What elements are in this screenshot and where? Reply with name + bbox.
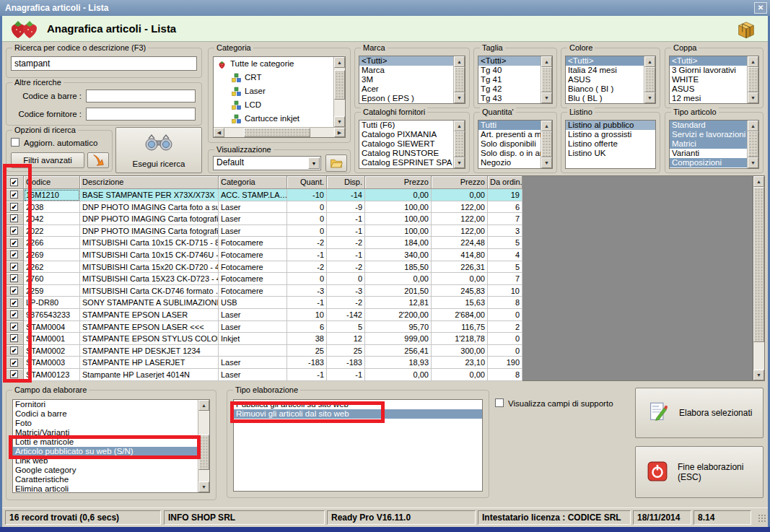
table-row[interactable]: ✔2259MITSUBISHI Carta CK-D746 formato …F… bbox=[5, 285, 522, 297]
table-cell[interactable]: Laser bbox=[219, 201, 287, 214]
row-select-cell[interactable]: ✔ bbox=[5, 321, 24, 333]
list-item[interactable]: Lotti e matricole bbox=[13, 437, 198, 447]
list-item[interactable]: Listino a grossisti bbox=[566, 130, 655, 139]
table-cell[interactable]: 0 bbox=[488, 333, 522, 345]
resize-grip[interactable] bbox=[758, 514, 766, 523]
list-item[interactable]: Listino al pubblico bbox=[566, 121, 655, 130]
table-cell[interactable]: 2 bbox=[488, 321, 522, 333]
list-item[interactable]: Foto bbox=[13, 419, 198, 428]
field-to-process-list[interactable]: FornitoriCodici a barreFotoMatrici/Varia… bbox=[12, 399, 210, 493]
scroll-up-icon[interactable]: ▲ bbox=[753, 176, 764, 187]
table-cell[interactable]: 0,00 bbox=[432, 189, 488, 201]
list-item[interactable]: Negozio bbox=[478, 158, 541, 167]
column-header[interactable]: Codice bbox=[24, 176, 80, 189]
list-item[interactable]: Solo disponibili bbox=[478, 139, 541, 149]
row-select-cell[interactable]: ✔ bbox=[5, 369, 24, 381]
table-cell[interactable]: Fotocamere bbox=[219, 261, 287, 274]
table-row[interactable]: ✔9876543233STAMPANTE EPSON LASERLaser10-… bbox=[5, 309, 522, 321]
table-cell[interactable]: Laser bbox=[219, 321, 287, 333]
row-checkbox[interactable]: ✔ bbox=[10, 299, 18, 307]
table-cell[interactable]: 245,83 bbox=[432, 285, 488, 297]
table-cell[interactable]: 4 bbox=[488, 249, 522, 261]
table-cell[interactable]: Fotocamere bbox=[219, 249, 287, 261]
table-cell[interactable]: -1 bbox=[287, 249, 327, 261]
list-item[interactable]: <Tutti> bbox=[566, 56, 644, 66]
list-item[interactable]: Caratteristiche bbox=[13, 475, 198, 484]
table-cell[interactable]: 0 bbox=[287, 213, 327, 225]
table-cell[interactable]: -14 bbox=[327, 189, 365, 201]
table-cell[interactable]: STAM0001 bbox=[24, 333, 80, 345]
end-process-button[interactable]: Fine elaborazioni (ESC) bbox=[635, 446, 764, 498]
list-item[interactable]: Catalog RUNSTORE bbox=[359, 149, 453, 158]
table-cell[interactable]: MITSUBISHI Carta 10x15 CK-D746U -… bbox=[80, 249, 219, 261]
list-item[interactable]: Pubblica gli articoli su sito web bbox=[234, 400, 482, 409]
process-type-list[interactable]: Pubblica gli articoli su sito webRimuovi… bbox=[233, 399, 483, 492]
list-item[interactable]: 3M bbox=[359, 75, 453, 84]
scroll-up-icon[interactable]: ▲ bbox=[748, 56, 758, 67]
tree-item[interactable]: Laser bbox=[214, 84, 333, 98]
row-checkbox[interactable]: ✔ bbox=[10, 203, 18, 211]
table-cell[interactable]: 10 bbox=[287, 309, 327, 321]
row-checkbox[interactable]: ✔ bbox=[10, 370, 18, 378]
supplier-code-input[interactable] bbox=[86, 108, 196, 121]
table-row[interactable]: ✔STAM0004STAMPANTE EPSON LASER <<<Laser6… bbox=[5, 321, 522, 333]
table-cell[interactable]: BASE STAMPANTE PER X73X/X73X bbox=[80, 189, 219, 201]
table-cell[interactable]: STAMPANTE EPSON LASER bbox=[80, 309, 219, 321]
table-row[interactable]: ✔STAM00123Stampante HP Laserjet 4014NLas… bbox=[5, 369, 522, 381]
table-cell[interactable]: 0,00 bbox=[365, 273, 432, 285]
list-item[interactable]: Google category bbox=[13, 466, 198, 475]
table-cell[interactable]: 0,00 bbox=[432, 369, 488, 381]
table-row[interactable]: ✔2022DNP PHOTO IMAGING Carta fotografi…L… bbox=[5, 225, 522, 237]
scroll-up-icon[interactable]: ▲ bbox=[644, 56, 655, 67]
table-cell[interactable]: 7 bbox=[488, 213, 522, 225]
table-cell[interactable]: 0,00 bbox=[365, 369, 432, 381]
quantity-list[interactable]: TuttiArt. presenti a magaSolo disponibil… bbox=[478, 120, 553, 169]
table-cell[interactable]: 184,00 bbox=[365, 237, 432, 249]
advanced-filters-button[interactable]: Filtri avanzati bbox=[11, 152, 84, 168]
scroll-down-icon[interactable]: ▼ bbox=[454, 92, 465, 103]
coppa-list[interactable]: <Tutti>3 Giorni lavorativiWHITEASUS12 me… bbox=[669, 56, 759, 104]
list-item[interactable]: Art. presenti a maga bbox=[478, 130, 541, 139]
table-cell[interactable]: 2022 bbox=[24, 225, 80, 237]
table-cell[interactable]: 0,00 bbox=[365, 189, 432, 201]
table-cell[interactable]: -183 bbox=[287, 357, 327, 369]
search-input[interactable] bbox=[11, 56, 197, 71]
color-list-scrollbar[interactable]: ▲ ▼ bbox=[644, 56, 655, 103]
table-cell[interactable]: 12,81 bbox=[365, 297, 432, 309]
list-item[interactable]: Fornitori bbox=[13, 400, 198, 409]
table-cell[interactable]: 116,75 bbox=[432, 321, 488, 333]
table-cell[interactable]: 1'218,78 bbox=[432, 333, 488, 345]
table-cell[interactable]: 122,00 bbox=[432, 213, 488, 225]
table-cell[interactable] bbox=[219, 345, 287, 357]
list-item[interactable]: Elimina articoli bbox=[13, 484, 198, 492]
article-type-list[interactable]: StandardServizi e lavorazioniMatriciVari… bbox=[669, 120, 759, 169]
scroll-down-icon[interactable]: ▼ bbox=[198, 481, 209, 492]
brand-list-scrollbar[interactable]: ▲ ▼ bbox=[453, 56, 465, 103]
table-cell[interactable]: STAM00123 bbox=[24, 369, 80, 381]
supplier-catalogs-list[interactable]: Tutti (F6)Catalogo PIXMANIACatalogo SIEW… bbox=[359, 120, 465, 169]
list-item[interactable]: ASUS bbox=[670, 84, 747, 94]
table-cell[interactable]: MITSUBISHI Carta 15x20 CK-D720 - 4… bbox=[80, 261, 219, 274]
table-row[interactable]: ✔2266MITSUBISHI Carta 10x15 CK-D715 - 8…… bbox=[5, 237, 522, 249]
table-cell[interactable]: 0 bbox=[488, 345, 522, 357]
table-cell[interactable]: Fotocamere bbox=[219, 237, 287, 249]
table-cell[interactable]: 185,50 bbox=[365, 261, 432, 274]
table-cell[interactable]: 2'684,00 bbox=[432, 309, 488, 321]
chevron-down-icon[interactable]: ▼ bbox=[308, 157, 320, 169]
table-cell[interactable]: 300,00 bbox=[432, 345, 488, 357]
table-cell[interactable]: 38 bbox=[287, 333, 327, 345]
table-cell[interactable]: Laser bbox=[219, 213, 287, 225]
row-checkbox[interactable]: ✔ bbox=[10, 191, 18, 199]
list-item[interactable]: Catalogo PIXMANIA bbox=[359, 130, 453, 139]
table-cell[interactable]: -10 bbox=[287, 189, 327, 201]
list-item[interactable]: Solo disp. o in arrivo bbox=[478, 149, 541, 158]
row-select-cell[interactable]: ✔ bbox=[5, 309, 24, 321]
list-item[interactable]: Rimuovi gli articoli dal sito web bbox=[234, 409, 482, 419]
list-item[interactable]: Italia 24 mesi bbox=[566, 66, 644, 75]
scroll-down-icon[interactable]: ▼ bbox=[541, 157, 552, 168]
table-cell[interactable]: 8 bbox=[488, 297, 522, 309]
row-select-cell[interactable]: ✔ bbox=[5, 261, 24, 274]
table-cell[interactable]: STAMPANTE HP LASERJET bbox=[80, 357, 219, 369]
list-item[interactable]: Tg 43 bbox=[478, 94, 541, 103]
row-select-cell[interactable]: ✔ bbox=[5, 345, 24, 357]
